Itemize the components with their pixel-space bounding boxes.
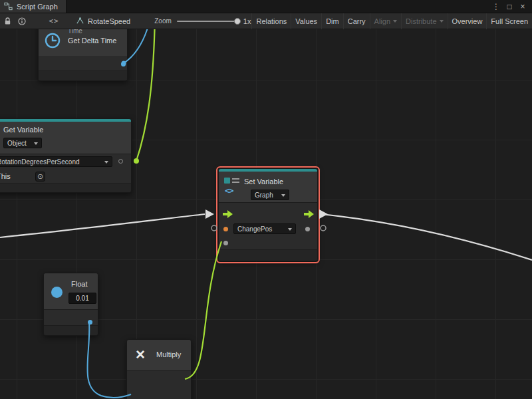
node-header: × Multiply bbox=[127, 340, 191, 370]
value-wire-green-up bbox=[136, 29, 155, 161]
graph-canvas[interactable]: Time Get Delta Time Get Variable Object … bbox=[0, 29, 532, 399]
float-value-input[interactable] bbox=[69, 295, 96, 302]
node-header: Time Get Delta Time bbox=[39, 29, 127, 57]
node-footer bbox=[219, 249, 317, 261]
close-icon[interactable]: × bbox=[517, 2, 528, 11]
chevron-down-icon bbox=[288, 228, 292, 231]
flow-arrowhead-right bbox=[319, 209, 328, 219]
align-button: Align bbox=[370, 13, 401, 29]
script-graph-icon bbox=[4, 2, 13, 11]
graph-name: RotateSpeed bbox=[88, 17, 130, 25]
flow-output-port[interactable] bbox=[304, 210, 314, 218]
node-multiply[interactable]: × Multiply A A × B B bbox=[126, 339, 192, 399]
more-icon[interactable]: ⋮ bbox=[491, 2, 501, 11]
loose-port-indicator-right bbox=[321, 225, 326, 231]
node-title: Multiply bbox=[156, 350, 181, 358]
flow-arrowhead-left bbox=[205, 209, 214, 219]
graph-toolbar: <> RotateSpeed Zoom 1x Relations Values … bbox=[0, 13, 532, 29]
window-controls: ⋮ □ × bbox=[491, 0, 532, 13]
overview-button[interactable]: Overview bbox=[448, 13, 487, 29]
info-icon[interactable] bbox=[15, 13, 29, 29]
target-label: This bbox=[0, 172, 11, 180]
tab-title: Script Graph bbox=[17, 3, 58, 11]
port-output-float[interactable] bbox=[88, 320, 92, 325]
variable-scope-dropdown[interactable]: Object bbox=[3, 138, 42, 148]
node-footer bbox=[44, 325, 98, 335]
fullscreen-button[interactable]: Full Screen bbox=[486, 13, 532, 29]
tab-script-graph[interactable]: Script Graph bbox=[0, 0, 66, 13]
lock-icon[interactable] bbox=[0, 13, 15, 29]
flow-wire-left bbox=[0, 214, 205, 237]
node-float[interactable]: Float bbox=[43, 273, 98, 336]
node-get-delta-time[interactable]: Time Get Delta Time bbox=[38, 29, 128, 81]
unity-visual-scripting-window: Script Graph ⋮ □ × <> bbox=[0, 0, 532, 399]
float-icon bbox=[51, 287, 63, 298]
graph-name-group: RotateSpeed bbox=[76, 17, 130, 25]
carry-button[interactable]: Carry bbox=[343, 13, 370, 29]
node-header: <> Set Variable Graph bbox=[219, 172, 317, 202]
zoom-slider[interactable] bbox=[177, 21, 238, 22]
value-wire-blue-top bbox=[124, 29, 151, 63]
variable-name-value: RotationDegreesPerSecond bbox=[0, 158, 80, 166]
zoom-value: 1x bbox=[243, 17, 251, 25]
clock-icon bbox=[44, 32, 61, 49]
dim-button[interactable]: Dim bbox=[321, 13, 343, 29]
variable-name-value: ChangePos bbox=[237, 225, 272, 233]
wire-endpoint-green bbox=[134, 158, 139, 164]
zoom-group: Zoom 1x bbox=[154, 17, 251, 25]
node-header: Get Variable Object bbox=[0, 122, 131, 154]
variable-icon: <> bbox=[224, 178, 241, 199]
node-get-variable[interactable]: Get Variable Object RotationDegreesPerSe… bbox=[0, 118, 132, 193]
chevron-down-icon bbox=[440, 20, 444, 23]
distribute-button: Distribute bbox=[401, 13, 447, 29]
scope-value: Object bbox=[7, 140, 27, 147]
variable-name-dropdown[interactable]: ChangePos bbox=[233, 223, 296, 234]
node-title: Get Variable bbox=[3, 126, 43, 134]
scope-value: Graph bbox=[255, 192, 273, 199]
port-output-delta-time[interactable] bbox=[121, 62, 126, 66]
port-output-value[interactable] bbox=[305, 227, 310, 231]
edit-graph-icon[interactable]: <> bbox=[47, 13, 61, 29]
chevron-down-icon bbox=[34, 142, 38, 145]
port-output-variable[interactable] bbox=[118, 159, 123, 164]
tab-bar: Script Graph ⋮ □ × bbox=[0, 0, 532, 13]
flow-input-port[interactable] bbox=[223, 210, 233, 218]
loose-port-indicator-left bbox=[211, 225, 217, 231]
zoom-label: Zoom bbox=[154, 17, 172, 25]
object-picker[interactable]: ⊙ bbox=[35, 172, 45, 182]
float-value-field[interactable] bbox=[68, 293, 96, 304]
node-category: Time bbox=[68, 29, 82, 35]
port-input-name[interactable] bbox=[223, 227, 228, 231]
node-footer bbox=[39, 70, 127, 80]
multiply-icon: × bbox=[136, 346, 145, 362]
flow-wire-right bbox=[321, 214, 532, 260]
chevron-down-icon bbox=[281, 194, 285, 197]
relations-button[interactable]: Relations bbox=[251, 13, 291, 29]
variable-scope-dropdown[interactable]: Graph bbox=[251, 190, 289, 200]
target-icon: ⊙ bbox=[37, 172, 43, 181]
maximize-icon[interactable]: □ bbox=[504, 2, 515, 11]
node-title: Get Delta Time bbox=[68, 37, 116, 45]
zoom-slider-handle[interactable] bbox=[234, 18, 241, 25]
code-brackets-glyph: <> bbox=[225, 186, 233, 196]
node-header: Float bbox=[44, 273, 98, 309]
graph-asset-icon bbox=[76, 17, 84, 25]
node-title: Set Variable bbox=[244, 178, 283, 186]
chevron-down-icon bbox=[393, 20, 397, 23]
chevron-down-icon bbox=[104, 161, 108, 164]
variable-name-dropdown[interactable]: RotationDegreesPerSecond bbox=[0, 156, 112, 167]
toolbar-buttons: Relations Values Dim Carry Align Distrib… bbox=[251, 13, 532, 29]
node-set-variable[interactable]: <> Set Variable Graph ChangePos bbox=[218, 168, 318, 261]
node-footer bbox=[0, 183, 131, 192]
code-brackets-glyph: <> bbox=[49, 17, 59, 25]
values-button[interactable]: Values bbox=[291, 13, 321, 29]
port-input-value[interactable] bbox=[223, 241, 228, 245]
node-title: Float bbox=[71, 280, 87, 288]
